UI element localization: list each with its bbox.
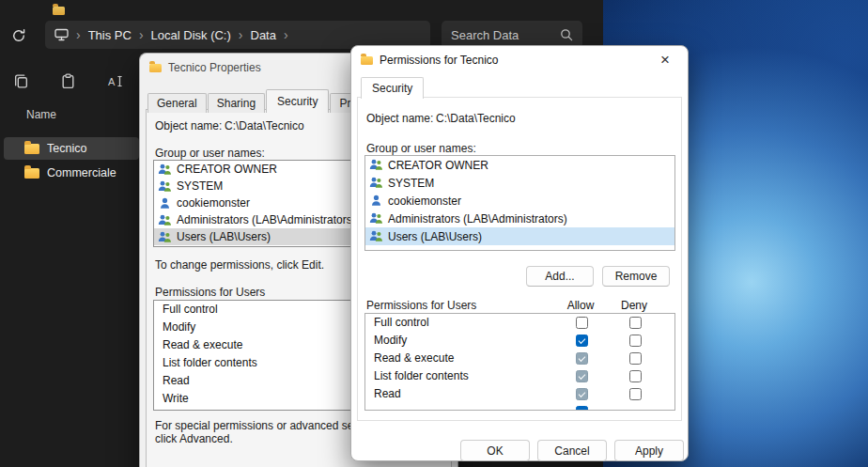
edit-hint: To change permissions, click Edit. <box>155 258 324 272</box>
allow-checkbox-modify[interactable] <box>576 335 588 347</box>
ok-button[interactable]: OK <box>460 440 530 461</box>
user-icon <box>369 195 383 207</box>
group-icon <box>369 230 383 242</box>
this-pc-icon <box>54 28 69 41</box>
file-row-tecnico[interactable]: Tecnico <box>4 137 139 160</box>
breadcrumb-chevron-icon <box>139 27 144 42</box>
allow-column-header: Allow <box>558 299 603 312</box>
permission-row-partial <box>365 403 674 411</box>
add-button[interactable]: Add... <box>526 266 594 287</box>
permissions-dialog: Permissions for Tecnico × Security Objec… <box>350 45 689 461</box>
breadcrumb-chevron-icon <box>284 27 288 42</box>
close-icon[interactable]: × <box>652 49 678 71</box>
folder-icon <box>53 7 65 15</box>
permission-name: Modify <box>374 334 407 347</box>
explorer-toolbar: A <box>9 70 126 92</box>
desktop: This PC Local Disk (C:) Data A Name <box>0 0 868 467</box>
allow-checkbox-read[interactable] <box>576 388 588 400</box>
permissions-checkbox-list: Full control Modify Read & execute List … <box>364 313 675 411</box>
object-name-label: Object name: <box>366 112 433 125</box>
permission-row-list-folder-contents: List folder contents <box>365 367 674 385</box>
breadcrumb-chevron-icon <box>76 27 81 42</box>
object-name-value: C:\Data\Tecnico <box>436 112 516 125</box>
group-name: Administrators (LAB\Administrators) <box>388 212 567 226</box>
permission-row-full-control: Full control <box>365 314 674 332</box>
permissions-label: Permissions for Users <box>155 286 265 299</box>
breadcrumb-this-pc[interactable]: This PC <box>88 28 132 42</box>
group-name: CREATOR OWNER <box>388 159 488 172</box>
allow-checkbox-partial[interactable] <box>576 406 588 411</box>
name-column-header[interactable]: Name <box>26 108 56 121</box>
folder-icon <box>24 168 39 179</box>
group-icon <box>158 231 172 243</box>
explorer-tab-icon <box>53 2 65 19</box>
deny-checkbox-read-execute[interactable] <box>629 352 642 365</box>
group-icon <box>369 212 383 225</box>
group-icon <box>158 180 172 193</box>
allow-checkbox-list-folder-contents[interactable] <box>576 370 588 382</box>
file-row-commerciale[interactable]: Commerciale <box>4 162 139 184</box>
group-name: Users (LAB\Users) <box>388 230 482 243</box>
allow-checkbox-read-execute[interactable] <box>576 352 588 365</box>
tab-sharing[interactable]: Sharing <box>208 93 265 113</box>
permission-name: Read & execute <box>374 351 454 365</box>
permission-name: Read <box>374 387 401 400</box>
permission-row-read: Read <box>365 385 674 403</box>
search-icon <box>560 28 573 41</box>
deny-checkbox-full-control[interactable] <box>629 317 642 329</box>
group-name: Users (LAB\Users) <box>177 230 271 243</box>
search-input[interactable] <box>451 28 554 42</box>
group-icon <box>158 163 172 176</box>
file-name: Commerciale <box>47 166 116 179</box>
group-list-item[interactable]: SYSTEM <box>365 174 674 192</box>
group-icon <box>158 214 172 226</box>
object-name-value: C:\Data\Tecnico <box>225 119 304 132</box>
group-list-item[interactable]: cookiemonster <box>365 192 674 210</box>
group-name: SYSTEM <box>388 177 434 190</box>
refresh-icon[interactable] <box>8 24 30 47</box>
object-name-label: Object name: <box>155 119 222 132</box>
group-name: Administrators (LAB\Administrators) <box>177 213 356 226</box>
deny-checkbox-read[interactable] <box>629 388 642 400</box>
permission-name: Full control <box>374 316 429 329</box>
cancel-button[interactable]: Cancel <box>537 440 607 461</box>
group-name: cookiemonster <box>177 196 250 210</box>
apply-button[interactable]: Apply <box>614 440 684 461</box>
tab-security[interactable]: Security <box>266 89 329 113</box>
group-name: CREATOR OWNER <box>177 163 277 176</box>
advanced-hint: For special permissions or advanced sett… <box>155 419 383 445</box>
remove-button[interactable]: Remove <box>602 266 670 287</box>
tab-security[interactable]: Security <box>361 77 424 99</box>
group-list-item[interactable]: CREATOR OWNER <box>365 156 674 174</box>
rename-icon[interactable]: A <box>103 70 126 92</box>
group-list-label: Group or user names: <box>155 147 265 160</box>
advanced-hint-line1: For special permissions or advanced sett… <box>155 419 383 432</box>
folder-icon <box>361 56 373 65</box>
folder-icon <box>24 144 39 154</box>
paste-icon[interactable] <box>56 70 79 92</box>
allow-checkbox-full-control[interactable] <box>576 317 588 329</box>
copy-icon[interactable] <box>9 70 32 92</box>
breadcrumb-local-disk-c[interactable]: Local Disk (C:) <box>151 28 231 42</box>
breadcrumb-chevron-icon <box>239 27 243 42</box>
svg-text:A: A <box>108 76 116 87</box>
tab-general[interactable]: General <box>147 93 207 113</box>
permissions-dialog-titlebar: Permissions for Tecnico × <box>351 46 688 74</box>
group-list-item[interactable]: Administrators (LAB\Administrators) <box>365 210 674 227</box>
properties-dialog-title: Tecnico Properties <box>168 61 261 74</box>
group-name: cookiemonster <box>388 195 461 208</box>
group-list-label: Group or user names: <box>366 142 476 155</box>
group-user-list: CREATOR OWNER SYSTEM cookiemonster Admin… <box>364 155 675 251</box>
permissions-dialog-title: Permissions for Tecnico <box>380 54 499 67</box>
deny-checkbox-modify[interactable] <box>629 335 642 347</box>
breadcrumb-data[interactable]: Data <box>251 28 276 42</box>
permission-row-read-execute: Read & execute <box>365 350 674 367</box>
deny-column-header: Deny <box>612 299 657 312</box>
deny-checkbox-list-folder-contents[interactable] <box>629 370 642 382</box>
permissions-label: Permissions for Users <box>366 299 476 312</box>
advanced-hint-line2: click Advanced. <box>155 432 383 445</box>
permission-row-modify: Modify <box>365 332 674 350</box>
folder-icon <box>149 64 162 72</box>
group-icon <box>369 177 383 189</box>
group-list-item-selected[interactable]: Users (LAB\Users) <box>365 227 674 245</box>
